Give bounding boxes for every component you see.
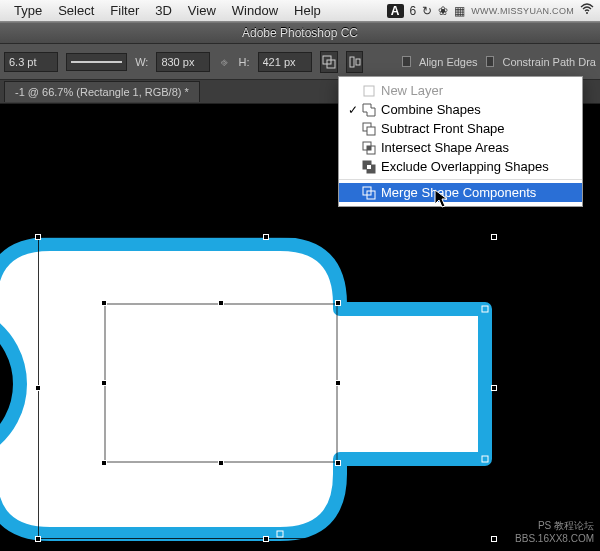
checkmark-icon: ✓: [345, 103, 361, 117]
svg-rect-8: [367, 127, 375, 135]
menu-select[interactable]: Select: [50, 3, 102, 18]
menu-help[interactable]: Help: [286, 3, 329, 18]
width-input[interactable]: [156, 52, 210, 72]
menu-item-label: Exclude Overlapping Shapes: [381, 159, 549, 174]
watermark: PS 教程论坛 BBS.16XX8.COM: [515, 519, 594, 545]
transform-handle[interactable]: [335, 380, 341, 386]
transform-handle[interactable]: [35, 385, 41, 391]
align-edges-checkbox[interactable]: [402, 56, 411, 67]
transform-handle[interactable]: [218, 300, 224, 306]
menu-separator: [339, 179, 582, 180]
menu-item-intersect[interactable]: Intersect Shape Areas: [339, 138, 582, 157]
link-wh-icon[interactable]: ⎆: [218, 54, 230, 70]
svg-rect-3: [350, 57, 354, 67]
svg-point-0: [586, 12, 588, 14]
svg-rect-4: [356, 59, 360, 65]
path-operations-menu: New Layer ✓ Combine Shapes Subtract Fron…: [338, 76, 583, 207]
intersect-shape-icon: [361, 141, 377, 155]
constrain-checkbox[interactable]: [486, 56, 495, 67]
menu-item-merge-components[interactable]: Merge Shape Components: [339, 183, 582, 202]
menu-type[interactable]: Type: [6, 3, 50, 18]
transform-handle[interactable]: [335, 300, 341, 306]
anchor-point[interactable]: [277, 531, 284, 538]
subtract-shape-icon: [361, 122, 377, 136]
watermark-line1: PS 教程论坛: [515, 519, 594, 532]
height-input[interactable]: [258, 52, 312, 72]
merge-shape-icon: [361, 186, 377, 200]
menu-window[interactable]: Window: [224, 3, 286, 18]
transform-handle[interactable]: [101, 380, 107, 386]
menu-item-exclude[interactable]: Exclude Overlapping Shapes: [339, 157, 582, 176]
transform-handle[interactable]: [263, 234, 269, 240]
transform-handle[interactable]: [491, 234, 497, 240]
height-label: H:: [239, 56, 250, 68]
mac-menubar: Type Select Filter 3D View Window Help A…: [0, 0, 600, 22]
svg-rect-6: [364, 86, 374, 96]
transform-handle[interactable]: [491, 536, 497, 542]
flower-icon: ❀: [438, 4, 448, 18]
constrain-label: Constrain Path Dra: [502, 56, 596, 68]
anchor-point[interactable]: [482, 456, 489, 463]
svg-rect-14: [367, 165, 371, 169]
align-edges-label: Align Edges: [419, 56, 478, 68]
menu-item-label: Subtract Front Shape: [381, 121, 505, 136]
menu-item-subtract-front[interactable]: Subtract Front Shape: [339, 119, 582, 138]
app-title-bar: Adobe Photoshop CC: [0, 22, 600, 44]
options-bar: W: ⎆ H: Align Edges Constrain Path Dra: [0, 44, 600, 80]
transform-handle[interactable]: [263, 536, 269, 542]
anchor-point[interactable]: [482, 306, 489, 313]
vector-shape[interactable]: [0, 224, 520, 551]
menu-filter[interactable]: Filter: [102, 3, 147, 18]
combine-shapes-icon: [361, 103, 377, 117]
path-align-button[interactable]: [346, 51, 363, 73]
sync-icon: ↻: [422, 4, 432, 18]
exclude-shape-icon: [361, 160, 377, 174]
menu-item-combine-shapes[interactable]: ✓ Combine Shapes: [339, 100, 582, 119]
stroke-weight-input[interactable]: [4, 52, 58, 72]
menu-item-label: Intersect Shape Areas: [381, 140, 509, 155]
transform-handle[interactable]: [35, 234, 41, 240]
new-layer-icon: [361, 84, 377, 98]
watermark-url: WWW.MISSYUAN.COM: [471, 6, 574, 16]
menu-3d[interactable]: 3D: [147, 3, 180, 18]
transform-handle[interactable]: [491, 385, 497, 391]
transform-handle[interactable]: [218, 460, 224, 466]
adobe-badge-icon: A: [387, 4, 404, 18]
transform-handle[interactable]: [101, 460, 107, 466]
wifi-icon: [580, 2, 594, 19]
transform-handle[interactable]: [101, 300, 107, 306]
menu-item-label: Merge Shape Components: [381, 185, 536, 200]
stroke-style-dropdown[interactable]: [66, 53, 127, 71]
document-tab[interactable]: -1 @ 66.7% (Rectangle 1, RGB/8) *: [4, 81, 200, 102]
transform-handle[interactable]: [35, 536, 41, 542]
menu-item-label: Combine Shapes: [381, 102, 481, 117]
menu-view[interactable]: View: [180, 3, 224, 18]
path-operations-button[interactable]: [320, 51, 339, 73]
adobe-badge-number: 6: [410, 4, 417, 18]
watermark-line2: BBS.16XX8.COM: [515, 532, 594, 545]
width-label: W:: [135, 56, 148, 68]
status-tray: A 6 ↻ ❀ ▦ WWW.MISSYUAN.COM: [387, 2, 594, 19]
menu-item-new-layer: New Layer: [339, 81, 582, 100]
app-title: Adobe Photoshop CC: [242, 26, 358, 40]
menu-item-label: New Layer: [381, 83, 443, 98]
inner-rect-selection[interactable]: [105, 304, 337, 462]
transform-handle[interactable]: [335, 460, 341, 466]
grid-icon: ▦: [454, 4, 465, 18]
svg-rect-11: [367, 146, 371, 150]
